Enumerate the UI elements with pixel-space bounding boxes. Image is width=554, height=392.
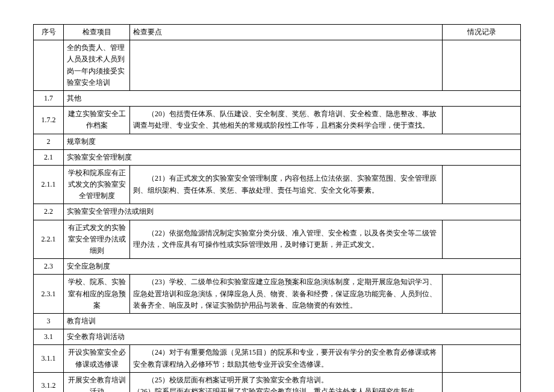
cell-seq: 2	[34, 134, 64, 149]
cell-record	[443, 372, 521, 392]
cell-seq: 2.3.1	[34, 275, 64, 314]
cell-seq: 2.1	[34, 149, 64, 165]
table-row: 1.7.2建立实验室安全工作档案（20）包括责任体系、队伍建设、安全制度、奖惩、…	[34, 107, 521, 134]
cell-record	[443, 165, 521, 204]
cell-point: （23）学校、二级单位和实验室应建立应急预案和应急演练制度，定期开展应急知识学习…	[130, 275, 443, 314]
header-record: 情况记录	[443, 25, 521, 40]
cell-seq: 1.7.2	[34, 107, 64, 134]
cell-item-span: 安全教育培训活动	[64, 329, 521, 345]
table-header-row: 序号 检查项目 检查要点 情况记录	[34, 25, 521, 40]
cell-seq: 3.1.2	[34, 372, 64, 392]
table-row: 全的负责人、管理人员及技术人员到岗一年内须接受实验室安全培训	[34, 40, 521, 91]
cell-point: （22）依据危险源情况制定实验室分类分级、准入管理、安全检查，以及各类安全等二级…	[130, 220, 443, 259]
cell-seq	[34, 40, 64, 91]
cell-point: （20）包括责任体系、队伍建设、安全制度、奖惩、教育培训、安全检查、隐患整改、事…	[130, 107, 443, 134]
cell-record	[443, 107, 521, 134]
table-row: 2.3.1学校、院系、实验室有相应的应急预案（23）学校、二级单位和实验室应建立…	[34, 275, 521, 314]
table-row: 1.7其他	[34, 90, 521, 106]
cell-item-span: 实验室安全管理办法或细则	[64, 204, 521, 220]
cell-item-span: 教育培训	[64, 313, 521, 329]
cell-seq: 2.2	[34, 204, 64, 220]
header-seq: 序号	[34, 25, 64, 40]
cell-record	[443, 345, 521, 372]
cell-record	[443, 220, 521, 259]
table-row: 2.2.1有正式发文的实验室安全管理办法或细则（22）依据危险源情况制定实验室分…	[34, 220, 521, 259]
cell-item: 建立实验室安全工作档案	[64, 107, 130, 134]
table-row: 3.1.1开设实验室安全必修课或选修课（24）对于有重要危险源（见第15目）的院…	[34, 345, 521, 372]
cell-item-span: 实验室安全管理制度	[64, 149, 521, 165]
cell-item-span: 规章制度	[64, 134, 521, 149]
table-row: 2.1实验室安全管理制度	[34, 149, 521, 165]
cell-item: 学校和院系应有正式发文的实验室安全管理制度	[64, 165, 130, 204]
cell-seq: 1.7	[34, 90, 64, 106]
table-row: 2.1.1学校和院系应有正式发文的实验室安全管理制度（21）有正式发文的实验室安…	[34, 165, 521, 204]
cell-point: （21）有正式发文的实验室安全管理制度，内容包括上位法依据、实验室范围、安全管理…	[130, 165, 443, 204]
cell-record	[443, 40, 521, 91]
cell-seq: 3	[34, 313, 64, 329]
cell-seq: 3.1	[34, 329, 64, 345]
table-row: 2.2实验室安全管理办法或细则	[34, 204, 521, 220]
cell-point	[130, 40, 443, 91]
cell-seq: 2.3	[34, 259, 64, 275]
cell-item-span: 其他	[64, 90, 521, 106]
cell-item-span: 安全应急制度	[64, 259, 521, 275]
table-row: 3.1安全教育培训活动	[34, 329, 521, 345]
header-item: 检查项目	[64, 25, 130, 40]
table-row: 3.1.2开展安全教育培训活动（25）校级层面有档案证明开展了实验室安全教育培训…	[34, 372, 521, 392]
cell-seq: 2.1.1	[34, 165, 64, 204]
cell-point: （25）校级层面有档案证明开展了实验室安全教育培训。 （26）院系层面有档案证明…	[130, 372, 443, 392]
cell-item: 开设实验室安全必修课或选修课	[64, 345, 130, 372]
cell-item: 有正式发文的实验室安全管理办法或细则	[64, 220, 130, 259]
header-point: 检查要点	[130, 25, 443, 40]
cell-point: （24）对于有重要危险源（见第15目）的院系和专业，要开设有学分的安全教育必修课…	[130, 345, 443, 372]
cell-record	[443, 275, 521, 314]
table-row: 3教育培训	[34, 313, 521, 329]
document-page: 序号 检查项目 检查要点 情况记录 全的负责人、管理人员及技术人员到岗一年内须接…	[0, 0, 554, 392]
table-row: 2规章制度	[34, 134, 521, 149]
cell-seq: 2.2.1	[34, 220, 64, 259]
cell-item: 开展安全教育培训活动	[64, 372, 130, 392]
cell-seq: 3.1.1	[34, 345, 64, 372]
cell-item: 全的负责人、管理人员及技术人员到岗一年内须接受实验室安全培训	[64, 40, 130, 91]
inspection-table: 序号 检查项目 检查要点 情况记录 全的负责人、管理人员及技术人员到岗一年内须接…	[33, 24, 521, 392]
table-body: 全的负责人、管理人员及技术人员到岗一年内须接受实验室安全培训1.7其他1.7.2…	[34, 40, 521, 392]
table-row: 2.3安全应急制度	[34, 259, 521, 275]
cell-item: 学校、院系、实验室有相应的应急预案	[64, 275, 130, 314]
